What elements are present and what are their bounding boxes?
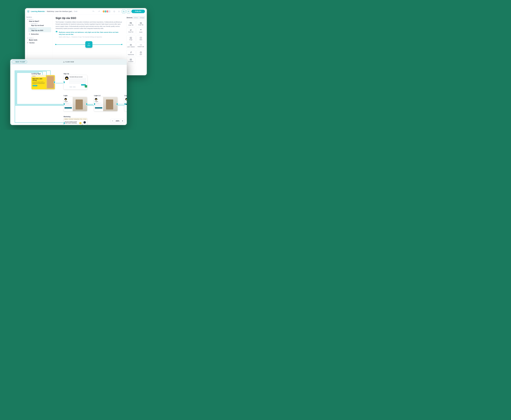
svg-rect-19 [64, 62, 64, 63]
tile-embed-code[interactable]: Embed Code [136, 43, 145, 49]
status-badge: Draft [74, 11, 77, 12]
redo-icon[interactable] [97, 10, 101, 13]
flow-node-landing[interactable]: Landing Page mailchimpQ≡ Start here, sta… [31, 73, 55, 90]
svg-rect-12 [130, 44, 131, 45]
tab-design[interactable]: Design [139, 16, 145, 19]
canvas-paragraph: Text Example. Completely initiate innova… [55, 21, 122, 30]
tab-library[interactable]: Library [133, 16, 139, 19]
svg-point-7 [128, 11, 129, 12]
tile-2-column[interactable]: 2 Column [126, 57, 136, 64]
tile-quote[interactable]: ❞Quote [136, 28, 145, 34]
flow-node-marketing[interactable]: Marketing mailchimpWhy Mailchimp? · Mark… [64, 116, 87, 125]
flow-title: FLOW VIEW [63, 61, 74, 63]
add-subsection-button[interactable]: ＋Subsection [29, 33, 51, 35]
sitemap-icon[interactable] [122, 10, 126, 13]
add-section-button[interactable]: ＋Section [27, 42, 51, 44]
flow-window: BACK TO EDIT FLOW VIEW [10, 59, 127, 125]
tab-elements[interactable]: Elements [127, 16, 133, 19]
flow-header: BACK TO EDIT FLOW VIEW [10, 59, 127, 65]
top-bar: Learning Materials • Mailchimp: Learn th… [25, 8, 147, 15]
svg-point-2 [119, 11, 119, 12]
svg-rect-5 [124, 12, 124, 12]
flow-node-login-1-3[interactable]: Login 1-3 •••••••• [124, 95, 127, 111]
sections-title: Sections [26, 16, 51, 18]
quote-block: ❝ Darkness cannot drive out darkness: on… [55, 31, 122, 38]
collaborator-avatars[interactable] [103, 10, 111, 13]
panel-tabs: Elements Library Design [126, 16, 145, 19]
tile-h2[interactable]: H2Small Title [136, 21, 145, 27]
flow-node-login[interactable]: Login Log In Need a Mailchimp account? C… [64, 95, 87, 111]
port-out-icon[interactable] [54, 81, 55, 83]
tile-quiz[interactable]: Quiz [136, 50, 145, 56]
breadcrumb-root[interactable]: Learning Materials [31, 11, 45, 12]
port-in-icon[interactable] [124, 103, 125, 105]
svg-rect-4 [123, 12, 123, 12]
quote-text: Darkness cannot drive out darkness: only… [59, 31, 122, 36]
port-in-icon[interactable] [64, 103, 65, 105]
tile-video[interactable]: Video [136, 35, 145, 42]
svg-rect-3 [123, 11, 124, 11]
flow-node-signup[interactable]: Sign Up Get started with your account ■ … [64, 73, 87, 90]
flow-node-login-1-2[interactable]: Login 1-2 Log In Need a Mailchimp accoun… [94, 95, 118, 111]
svg-rect-16 [131, 59, 132, 60]
port-out-icon[interactable] [117, 103, 118, 105]
tile-image[interactable]: Image [126, 35, 136, 42]
port-out-icon[interactable] [86, 103, 87, 105]
tile-attachments[interactable]: Attachments [126, 50, 136, 56]
svg-rect-17 [64, 61, 64, 62]
preview-icon[interactable] [127, 10, 130, 13]
video-insert-block[interactable]: Video [55, 39, 122, 49]
flow-canvas[interactable]: Landing Page mailchimpQ≡ Start here, sta… [10, 65, 127, 125]
section-1[interactable]: Section 1 How to Start? [27, 19, 51, 22]
zoom-control: − 200% + [110, 119, 125, 123]
zoom-out-button[interactable]: − [111, 120, 114, 122]
breadcrumb-title[interactable]: Mailchimp: Learn the Interface (part... [47, 11, 73, 12]
tile-h1[interactable]: H1Large Title [126, 21, 136, 27]
port-in-icon[interactable] [64, 122, 65, 124]
add-collaborator-icon [108, 10, 111, 13]
quote-attribution: Martin Luther King Jr., A Testament of H… [59, 36, 122, 38]
app-logo-icon[interactable] [27, 10, 30, 13]
tile-learn-material[interactable]: Learn. Material [126, 43, 136, 49]
port-in-icon[interactable] [64, 81, 65, 83]
history-icon[interactable] [112, 10, 116, 13]
svg-point-10 [130, 37, 130, 38]
subsection-2-active[interactable]: Subsection 2 Sign Up via SSO [28, 27, 51, 32]
subsection-1[interactable]: Subsection 1 Sign Up via Email [27, 23, 51, 26]
canvas-heading: Sign Up via SSO [55, 17, 122, 20]
video-chip[interactable]: Video [85, 41, 92, 48]
publish-button[interactable]: PUBLISH [131, 10, 145, 13]
svg-point-0 [109, 11, 109, 11]
zoom-in-button[interactable]: + [121, 120, 124, 122]
tile-body-text[interactable]: Body Text [126, 28, 136, 34]
flag-badge-icon [85, 85, 87, 88]
port-in-icon[interactable] [94, 103, 95, 105]
svg-rect-15 [130, 59, 130, 60]
elements-panel: Elements Library Design H1Large Title H2… [125, 15, 147, 75]
svg-rect-18 [63, 62, 64, 63]
quote-icon: ❝ [55, 31, 58, 38]
svg-rect-13 [131, 44, 132, 45]
undo-icon[interactable] [92, 10, 95, 13]
svg-point-6 [128, 11, 129, 12]
section-2[interactable]: Section 2 Basic tools [27, 37, 51, 41]
breadcrumb: Learning Materials • Mailchimp: Learn th… [31, 11, 77, 12]
back-to-edit-button[interactable]: BACK TO EDIT [12, 60, 27, 63]
settings-icon[interactable] [117, 10, 121, 13]
zoom-value: 200% [114, 119, 121, 123]
